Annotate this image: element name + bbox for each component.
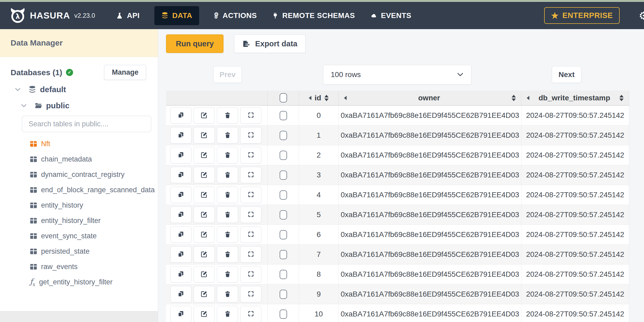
rows-per-page-select[interactable]: 100 rows — [323, 65, 471, 84]
expand-row-button[interactable] — [240, 187, 261, 203]
cell-id: 5 — [299, 205, 339, 225]
expand-row-button[interactable] — [240, 107, 261, 124]
sidebar-table-Nft[interactable]: Nft — [0, 136, 158, 151]
delete-row-button[interactable] — [217, 187, 238, 203]
gear-icon[interactable]: ⚙ — [639, 10, 644, 21]
copy-row-button[interactable] — [170, 246, 191, 263]
copy-row-button[interactable] — [170, 167, 191, 183]
collapse-column-icon[interactable] — [527, 96, 529, 100]
sidebar-function-get_entity_history_filter[interactable]: ƒxget_entity_history_filter — [0, 274, 158, 290]
expand-row-button[interactable] — [240, 286, 261, 302]
row-checkbox[interactable] — [280, 131, 287, 140]
header-col-owner[interactable]: owner — [339, 91, 521, 105]
sort-icon[interactable] — [324, 95, 329, 101]
delete-row-button[interactable] — [217, 226, 238, 243]
row-checkbox[interactable] — [280, 190, 287, 200]
expand-row-button[interactable] — [240, 226, 261, 243]
nav-items: API DATA ⚙⚙ ACTIONS — [116, 6, 411, 25]
row-checkbox[interactable] — [280, 111, 287, 120]
delete-row-button[interactable] — [217, 207, 238, 223]
copy-row-button[interactable] — [170, 306, 191, 322]
sidebar-table-end_of_block_range_scanned_data[interactable]: end_of_block_range_scanned_data — [0, 182, 158, 198]
delete-row-button[interactable] — [217, 167, 238, 183]
edit-row-button[interactable] — [194, 246, 215, 263]
expand-row-button[interactable] — [240, 207, 261, 223]
edit-row-button[interactable] — [194, 127, 215, 144]
hasura-logo-icon[interactable]: λ — [9, 7, 26, 24]
row-checkbox[interactable] — [280, 310, 287, 319]
sidebar-table-entity_history[interactable]: entity_history — [0, 198, 158, 213]
row-checkbox[interactable] — [280, 151, 287, 160]
edit-row-button[interactable] — [194, 226, 215, 243]
tree-database-label: default — [40, 85, 66, 94]
header-col-db-write-timestamp[interactable]: db_write_timestamp — [521, 91, 629, 105]
expand-row-button[interactable] — [240, 147, 261, 163]
row-checkbox[interactable] — [280, 250, 287, 259]
collapse-column-icon[interactable] — [309, 96, 311, 100]
delete-row-button[interactable] — [217, 147, 238, 163]
expand-row-button[interactable] — [240, 306, 261, 322]
row-checkbox[interactable] — [280, 270, 287, 279]
nav-item-events[interactable]: EVENTS — [370, 11, 412, 20]
copy-row-button[interactable] — [170, 226, 191, 243]
copy-row-button[interactable] — [170, 266, 191, 283]
nav-item-actions[interactable]: ⚙⚙ ACTIONS — [214, 11, 257, 20]
export-data-button[interactable]: Export data — [234, 34, 306, 53]
copy-row-button[interactable] — [170, 187, 191, 203]
sidebar-table-dynamic_contract_registry[interactable]: dynamic_contract_registry — [0, 167, 158, 182]
row-checkbox[interactable] — [280, 290, 287, 299]
sort-icon[interactable] — [619, 95, 624, 101]
enterprise-button[interactable]: ★ ENTERPRISE — [544, 7, 620, 24]
sidebar-table-entity_history_filter[interactable]: entity_history_filter — [0, 213, 158, 228]
expand-row-button[interactable] — [240, 246, 261, 263]
next-button[interactable]: Next — [552, 66, 581, 83]
nav-item-api[interactable]: API — [116, 11, 140, 20]
search-tables-input[interactable] — [22, 116, 151, 132]
row-checkbox[interactable] — [280, 171, 287, 180]
sidebar-scrollbar-track[interactable] — [0, 311, 158, 322]
copy-icon — [177, 211, 184, 219]
edit-row-button[interactable] — [194, 107, 215, 124]
copy-row-button[interactable] — [170, 107, 191, 124]
row-checkbox[interactable] — [280, 210, 287, 220]
chevron-down-icon[interactable] — [15, 88, 21, 92]
row-actions-cell — [166, 145, 268, 165]
copy-row-button[interactable] — [170, 286, 191, 302]
edit-row-button[interactable] — [194, 306, 215, 322]
sidebar-table-event_sync_state[interactable]: event_sync_state — [0, 228, 158, 244]
copy-row-button[interactable] — [170, 127, 191, 144]
sidebar-table-persisted_state[interactable]: persisted_state — [0, 244, 158, 259]
edit-row-button[interactable] — [194, 187, 215, 203]
sidebar-table-chain_metadata[interactable]: chain_metadata — [0, 151, 158, 167]
sidebar-table-raw_events[interactable]: raw_events — [0, 259, 158, 274]
expand-row-button[interactable] — [240, 266, 261, 283]
delete-row-button[interactable] — [217, 286, 238, 302]
nav-item-data[interactable]: DATA — [154, 6, 199, 25]
run-query-button[interactable]: Run query — [166, 34, 223, 53]
edit-row-button[interactable] — [194, 147, 215, 163]
expand-row-button[interactable] — [240, 127, 261, 144]
expand-row-button[interactable] — [240, 167, 261, 183]
row-checkbox[interactable] — [280, 230, 287, 239]
prev-button[interactable]: Prev — [213, 66, 242, 83]
sort-icon[interactable] — [512, 95, 516, 101]
edit-row-button[interactable] — [194, 286, 215, 302]
delete-row-button[interactable] — [217, 306, 238, 322]
tree-database-default[interactable]: default — [0, 82, 158, 97]
delete-row-button[interactable] — [217, 266, 238, 283]
delete-row-button[interactable] — [217, 246, 238, 263]
copy-row-button[interactable] — [170, 147, 191, 163]
copy-row-button[interactable] — [170, 207, 191, 223]
edit-row-button[interactable] — [194, 266, 215, 283]
nav-item-remote-schemas[interactable]: REMOTE SCHEMAS — [272, 11, 355, 20]
delete-row-button[interactable] — [217, 127, 238, 144]
edit-row-button[interactable] — [194, 207, 215, 223]
collapse-column-icon[interactable] — [344, 96, 347, 100]
delete-row-button[interactable] — [217, 107, 238, 124]
tree-schema-public[interactable]: public — [0, 99, 158, 112]
edit-row-button[interactable] — [194, 167, 215, 183]
manage-button[interactable]: Manage — [104, 65, 146, 80]
header-col-id[interactable]: id — [299, 91, 339, 105]
chevron-down-icon[interactable] — [21, 104, 27, 108]
select-all-checkbox[interactable] — [280, 93, 287, 102]
